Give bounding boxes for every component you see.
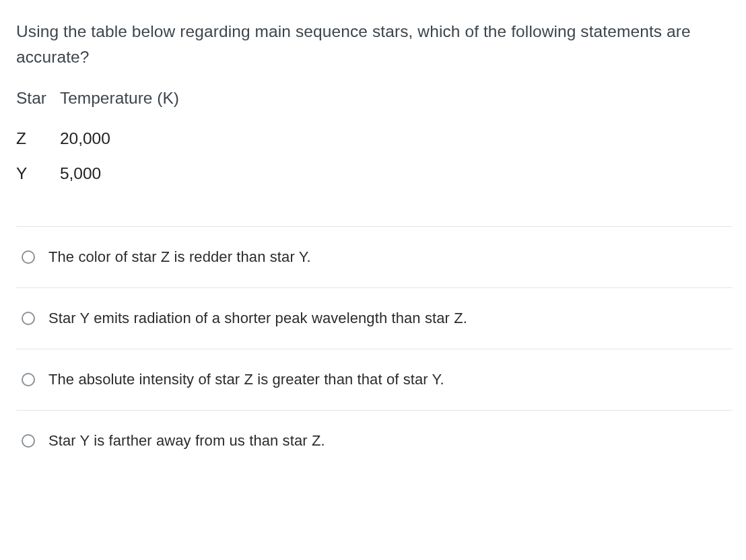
radio-icon[interactable] — [22, 312, 35, 325]
table-row: Y 5,000 — [16, 158, 193, 193]
cell-temp: 20,000 — [60, 123, 193, 158]
table-header-temperature: Temperature (K) — [60, 89, 193, 123]
cell-star: Z — [16, 123, 60, 158]
star-data-table: Star Temperature (K) Z 20,000 Y 5,000 — [16, 89, 193, 193]
option-label: The color of star Z is redder than star … — [48, 248, 311, 266]
option-label: Star Y emits radiation of a shorter peak… — [48, 310, 467, 327]
table-row: Z 20,000 — [16, 123, 193, 158]
option-label: Star Y is farther away from us than star… — [48, 432, 325, 450]
question-prompt: Using the table below regarding main seq… — [16, 19, 733, 70]
option-2[interactable]: Star Y emits radiation of a shorter peak… — [16, 288, 733, 349]
cell-star: Y — [16, 158, 60, 193]
table-header-star: Star — [16, 89, 60, 123]
option-4[interactable]: Star Y is farther away from us than star… — [16, 411, 733, 471]
option-label: The absolute intensity of star Z is grea… — [48, 371, 444, 388]
option-3[interactable]: The absolute intensity of star Z is grea… — [16, 349, 733, 411]
cell-temp: 5,000 — [60, 158, 193, 193]
option-1[interactable]: The color of star Z is redder than star … — [16, 227, 733, 288]
radio-icon[interactable] — [22, 434, 35, 448]
radio-icon[interactable] — [22, 373, 35, 386]
answer-options: The color of star Z is redder than star … — [16, 226, 733, 471]
radio-icon[interactable] — [22, 250, 35, 264]
